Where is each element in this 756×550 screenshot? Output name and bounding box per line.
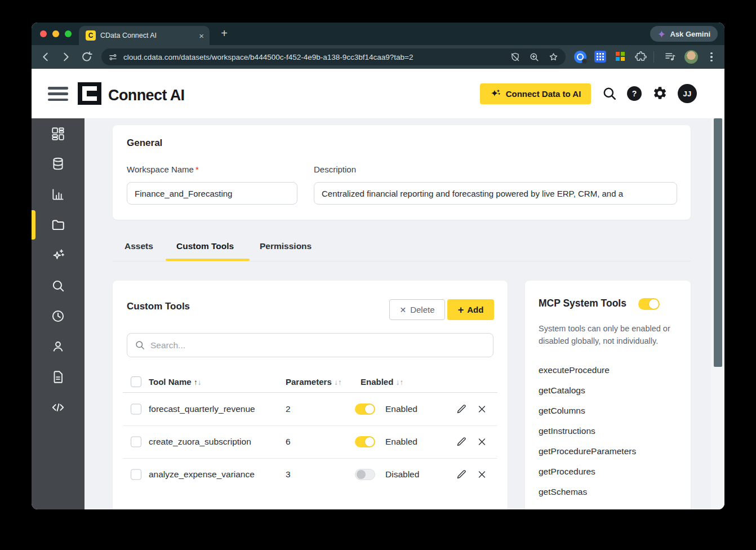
zoom-window-button[interactable] bbox=[65, 30, 72, 37]
sidebar-item-ai[interactable] bbox=[32, 240, 85, 270]
remove-x-icon[interactable] bbox=[477, 405, 487, 414]
sidebar-item-api[interactable] bbox=[32, 392, 85, 423]
sidebar-item-connections[interactable] bbox=[32, 149, 85, 179]
tab-title: CData Connect AI bbox=[100, 32, 194, 39]
remove-x-icon[interactable] bbox=[477, 437, 487, 447]
required-marker: * bbox=[195, 165, 199, 174]
bookmark-star-icon[interactable] bbox=[548, 52, 559, 63]
add-button[interactable]: + Add bbox=[447, 299, 494, 320]
tab-permissions[interactable]: Permissions bbox=[260, 241, 312, 251]
mcp-tool-item: executeProcedure bbox=[539, 364, 636, 376]
password-manager-extension-icon[interactable] bbox=[574, 51, 586, 63]
forward-icon[interactable] bbox=[60, 51, 72, 63]
url-text[interactable]: cloud.cdata.com/datasets/workspace/b4445… bbox=[123, 53, 504, 61]
mcp-tool-item: getColumns bbox=[539, 405, 636, 417]
app-header: Connect AI Connect Data to AI ? JJ bbox=[32, 69, 724, 118]
browser-tab[interactable]: C CData Connect AI × bbox=[79, 26, 210, 45]
column-parameters[interactable]: Parameters ↓↑ bbox=[286, 377, 342, 387]
user-avatar[interactable]: JJ bbox=[678, 84, 697, 103]
scrollbar-thumb[interactable] bbox=[714, 118, 722, 367]
workspace-name-input[interactable] bbox=[127, 182, 297, 205]
search-icon[interactable] bbox=[602, 86, 617, 101]
parameters-cell: 6 bbox=[286, 437, 291, 447]
sidebar-item-logs[interactable] bbox=[32, 362, 85, 392]
enabled-toggle[interactable] bbox=[355, 403, 375, 415]
minimize-window-button[interactable] bbox=[52, 30, 59, 37]
page-scrollbar[interactable] bbox=[711, 118, 724, 509]
vpn-off-shield-icon[interactable] bbox=[510, 52, 521, 63]
general-card: General Workspace Name* Description bbox=[113, 125, 691, 220]
url-bar[interactable]: cloud.cdata.com/datasets/workspace/b4445… bbox=[101, 48, 566, 65]
connect-data-to-ai-button[interactable]: Connect Data to AI bbox=[480, 83, 591, 104]
grid-extension-icon[interactable] bbox=[594, 51, 606, 63]
folder-icon bbox=[51, 218, 65, 232]
gemini-sparkle-icon bbox=[657, 30, 666, 38]
enabled-toggle[interactable] bbox=[355, 469, 375, 480]
tools-search-box[interactable] bbox=[127, 333, 493, 357]
user-icon bbox=[51, 339, 65, 354]
row-checkbox[interactable] bbox=[131, 437, 141, 447]
sort-desc-icon: ↓ bbox=[334, 378, 338, 387]
site-favicon: C bbox=[86, 30, 96, 41]
sort-asc-icon: ↑ bbox=[400, 378, 404, 387]
search-icon bbox=[51, 278, 65, 293]
close-window-button[interactable] bbox=[40, 30, 47, 37]
remove-x-icon[interactable] bbox=[477, 470, 487, 480]
browser-profile-avatar[interactable] bbox=[684, 50, 698, 64]
select-all-checkbox[interactable] bbox=[131, 376, 141, 387]
toolbar-separator bbox=[653, 51, 654, 63]
browser-menu-icon[interactable] bbox=[709, 51, 714, 63]
settings-gear-icon[interactable] bbox=[652, 86, 668, 101]
sidebar-item-users[interactable] bbox=[32, 331, 85, 362]
new-tab-button[interactable]: + bbox=[217, 27, 231, 41]
tools-search-input[interactable] bbox=[150, 340, 486, 351]
workspace-tabbar: Assets Custom Tools Permissions bbox=[113, 241, 691, 264]
back-icon[interactable] bbox=[39, 51, 52, 63]
ask-gemini-button[interactable]: Ask Gemini bbox=[650, 26, 718, 42]
ask-gemini-label: Ask Gemini bbox=[670, 30, 710, 38]
general-title: General bbox=[127, 138, 162, 149]
active-nav-indicator bbox=[32, 210, 35, 239]
hamburger-menu-icon[interactable] bbox=[48, 87, 68, 101]
sidebar-item-reports[interactable] bbox=[32, 179, 85, 210]
mcp-global-toggle[interactable] bbox=[638, 298, 660, 310]
mcp-tool-item: getCatalogs bbox=[539, 384, 636, 397]
workspace-name-label: Workspace Name* bbox=[127, 165, 199, 174]
row-checkbox[interactable] bbox=[131, 404, 141, 415]
tab-custom-tools[interactable]: Custom Tools bbox=[176, 241, 234, 251]
edit-pencil-icon[interactable] bbox=[456, 404, 467, 415]
description-input[interactable] bbox=[314, 182, 677, 205]
mcp-tool-item: getProcedures bbox=[539, 465, 636, 478]
description-label: Description bbox=[314, 165, 356, 174]
enabled-toggle[interactable] bbox=[355, 436, 375, 447]
main-content: General Workspace Name* Description Asse… bbox=[85, 118, 711, 509]
column-enabled[interactable]: Enabled ↓↑ bbox=[361, 377, 403, 387]
tool-name-cell: forecast_quarterly_revenue bbox=[149, 404, 255, 414]
row-checkbox[interactable] bbox=[131, 469, 141, 480]
mcp-title: MCP System Tools bbox=[539, 298, 626, 309]
reload-icon[interactable] bbox=[81, 51, 93, 63]
microsoft-extension-icon[interactable] bbox=[616, 52, 625, 61]
sidebar-item-explore[interactable] bbox=[32, 270, 85, 301]
tab-assets[interactable]: Assets bbox=[124, 241, 153, 251]
close-tab-icon[interactable]: × bbox=[199, 32, 204, 40]
sort-asc-icon: ↑ bbox=[338, 378, 342, 387]
zoom-in-icon[interactable] bbox=[529, 52, 540, 63]
delete-button[interactable]: ✕ Delete bbox=[389, 299, 445, 320]
sidebar-item-workspaces[interactable] bbox=[32, 210, 85, 240]
sidebar-item-history[interactable] bbox=[32, 301, 85, 331]
tool-name-cell: create_zuora_subscription bbox=[149, 437, 251, 447]
column-tool-name[interactable]: Tool Name ↑↓ bbox=[149, 377, 202, 387]
edit-pencil-icon[interactable] bbox=[456, 469, 467, 480]
extensions-puzzle-icon[interactable] bbox=[635, 50, 647, 63]
status-text: Enabled bbox=[385, 437, 417, 447]
edit-pencil-icon[interactable] bbox=[456, 437, 467, 447]
sidebar-item-dashboard[interactable] bbox=[32, 118, 85, 149]
cdata-logo bbox=[78, 82, 101, 105]
mcp-tools-list: executeProcedure getCatalogs getColumns … bbox=[539, 364, 636, 498]
browser-window: C CData Connect AI × + Ask Gemini bbox=[32, 23, 724, 509]
media-controls-icon[interactable] bbox=[664, 51, 676, 63]
url-bar-icons bbox=[510, 52, 559, 63]
site-settings-icon[interactable] bbox=[108, 52, 118, 62]
help-button[interactable]: ? bbox=[627, 86, 642, 101]
